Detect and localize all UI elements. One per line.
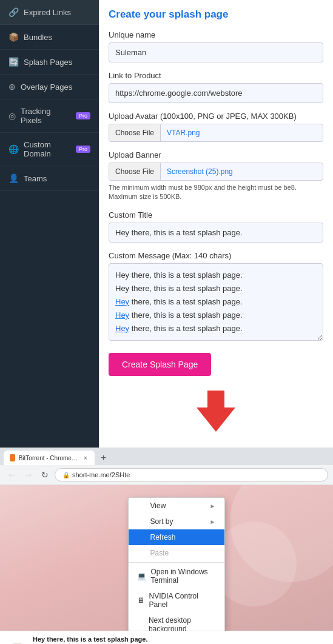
status-text-block: Hey there, this is a test splash page. H…	[33, 635, 301, 644]
create-splash-page-button[interactable]: Create Splash Page	[109, 353, 211, 376]
banner-file-row: Choose File Screenshot (25).png	[109, 163, 323, 181]
tracking-pixels-icon: ◎	[8, 111, 16, 121]
context-menu-item-next-desktop-background[interactable]: Next desktop background	[129, 612, 224, 631]
ctx-item-label: Refresh	[150, 533, 176, 542]
ctx-item-label: Paste	[150, 549, 169, 557]
message-line: Hey there, this is a test splash page.	[115, 282, 317, 295]
sidebar-item-splash-pages[interactable]: 🔄 Splash Pages	[0, 50, 99, 75]
bundles-label: Bundles	[24, 33, 90, 42]
browser-toolbar: ← → ↻ 🔒 short-me.me/2SHte	[0, 465, 333, 485]
context-menu-item-view[interactable]: View►	[129, 498, 224, 514]
context-menu: View►Sort by►RefreshPaste💻Open in Window…	[128, 497, 225, 631]
ctx-arrow-icon: ►	[210, 503, 216, 509]
splash-pages-label: Splash Pages	[24, 58, 90, 67]
link-to-product-label: Link to Product	[109, 71, 323, 80]
link-to-product-group: Link to Product	[109, 71, 323, 103]
down-arrow-icon	[197, 408, 235, 432]
banner-file-name: Screenshot (25).png	[161, 163, 323, 180]
sidebar-item-custom-domain[interactable]: 🌐 Custom Domain Pro	[0, 133, 99, 166]
browser-tab[interactable]: BitTorrent - Chrome Web Store ×	[4, 451, 95, 465]
banner-choose-file-button[interactable]: Choose File	[109, 163, 161, 180]
upload-avatar-label: Upload Avatar (100x100, PNG or JPEG, MAX…	[109, 112, 323, 121]
upload-banner-group: Upload Banner Choose File Screenshot (25…	[109, 150, 323, 202]
address-bar[interactable]: 🔒 short-me.me/2SHte	[55, 468, 328, 481]
arrow-shaft	[207, 391, 224, 408]
overlay-pages-icon: ⊕	[8, 82, 16, 92]
context-menu-item-nvidia-control-panel[interactable]: 🖥NVIDIA Control Panel	[129, 588, 224, 612]
unique-name-group: Unique name	[109, 30, 323, 62]
banner-hint: The minimum width must be 980px and the …	[109, 183, 323, 202]
tracking-pixels-label: Tracking Pixels	[21, 107, 73, 125]
custom-title-label: Custom Title	[109, 210, 323, 220]
browser-section: BitTorrent - Chrome Web Store × + ← → ↻ …	[0, 448, 333, 644]
avatar-file-row: Choose File VTAR.png	[109, 124, 323, 142]
ctx-arrow-icon: ►	[210, 518, 216, 525]
tab-close-button[interactable]: ×	[82, 454, 89, 462]
custom-message-label: Custom Message (Max: 140 chars)	[109, 251, 323, 260]
upload-avatar-group: Upload Avatar (100x100, PNG or JPEG, MAX…	[109, 112, 323, 142]
status-bar: 🐱 Hey there, this is a test splash page.…	[0, 631, 333, 644]
avatar-file-name: VTAR.png	[161, 124, 323, 141]
message-line: Hey there, this is a test splash page.	[115, 322, 317, 335]
unique-name-input[interactable]	[109, 42, 323, 62]
bundles-icon: 📦	[8, 32, 19, 42]
ctx-item-label: NVIDIA Control Panel	[149, 592, 216, 609]
reload-button[interactable]: ↻	[39, 469, 51, 481]
overlay-pages-label: Overlay Pages	[21, 82, 90, 92]
custom-domain-label: Custom Domain	[24, 140, 73, 158]
ctx-item-icon: 💻	[137, 572, 146, 580]
address-text: short-me.me/2SHte	[72, 471, 130, 478]
message-line: Hey there, this is a test splash page.	[115, 295, 317, 309]
message-link[interactable]: Hey	[115, 297, 129, 306]
avatar-choose-file-button[interactable]: Choose File	[109, 124, 161, 141]
splash-pages-icon: 🔄	[8, 57, 19, 67]
ctx-item-label: Next desktop background	[149, 616, 216, 631]
tab-favicon-icon	[10, 454, 15, 461]
ctx-item-label: View	[150, 501, 166, 510]
ctx-item-label: Open in Windows Terminal	[151, 568, 216, 585]
expired-links-icon: 🔗	[8, 7, 19, 17]
pro-badge: Pro	[76, 112, 90, 119]
arrow-section	[109, 386, 323, 439]
custom-message-area[interactable]: Hey there, this is a test splash page.He…	[109, 263, 323, 341]
context-menu-item-paste[interactable]: Paste	[129, 545, 224, 561]
custom-title-input[interactable]	[109, 223, 323, 243]
ctx-item-label: Sort by	[150, 517, 173, 526]
sidebar-item-tracking-pixels[interactable]: ◎ Tracking Pixels Pro	[0, 99, 99, 133]
link-to-product-input[interactable]	[109, 83, 323, 103]
webpage-preview: View►Sort by►RefreshPaste💻Open in Window…	[0, 485, 333, 631]
new-tab-button[interactable]: +	[97, 451, 110, 465]
sidebar-item-bundles[interactable]: 📦 Bundles	[0, 25, 99, 50]
context-menu-item-refresh[interactable]: Refresh	[129, 529, 224, 545]
pro-badge: Pro	[76, 146, 90, 153]
page-title: Create your splash page	[109, 8, 323, 21]
message-line: Hey there, this is a test splash page.	[115, 269, 317, 282]
sidebar-item-overlay-pages[interactable]: ⊕ Overlay Pages	[0, 75, 99, 99]
context-menu-item-open-in-windows-terminal[interactable]: 💻Open in Windows Terminal	[129, 564, 224, 588]
unique-name-label: Unique name	[109, 30, 323, 39]
main-content: Create your splash page Unique name Link…	[99, 0, 333, 448]
teams-icon: 👤	[8, 173, 19, 183]
forward-button[interactable]: →	[22, 469, 35, 481]
sidebar-item-teams[interactable]: 👤 Teams	[0, 166, 99, 191]
context-menu-separator	[129, 562, 224, 563]
browser-tabs: BitTorrent - Chrome Web Store × +	[0, 448, 333, 465]
ctx-item-icon: 🖥	[137, 596, 144, 605]
status-title: Hey there, this is a test splash page.	[33, 635, 301, 644]
sidebar-item-expired-links[interactable]: 🔗 Expired Links	[0, 0, 99, 25]
tab-label: BitTorrent - Chrome Web Store	[19, 455, 79, 461]
message-link[interactable]: Hey	[115, 324, 129, 333]
back-button[interactable]: ←	[5, 469, 18, 481]
lock-icon: 🔒	[62, 472, 70, 478]
sidebar: 🔗 Expired Links 📦 Bundles 🔄 Splash Pages…	[0, 0, 99, 448]
message-line: Hey there, this is a test splash page.	[115, 309, 317, 322]
teams-label: Teams	[24, 174, 90, 183]
context-menu-item-sort-by[interactable]: Sort by►	[129, 514, 224, 529]
message-link[interactable]: Hey	[115, 310, 129, 320]
upload-banner-label: Upload Banner	[109, 150, 323, 159]
custom-message-group: Custom Message (Max: 140 chars) Hey ther…	[109, 251, 323, 341]
custom-domain-icon: 🌐	[8, 144, 19, 154]
expired-links-label: Expired Links	[24, 8, 90, 17]
custom-title-group: Custom Title	[109, 210, 323, 243]
